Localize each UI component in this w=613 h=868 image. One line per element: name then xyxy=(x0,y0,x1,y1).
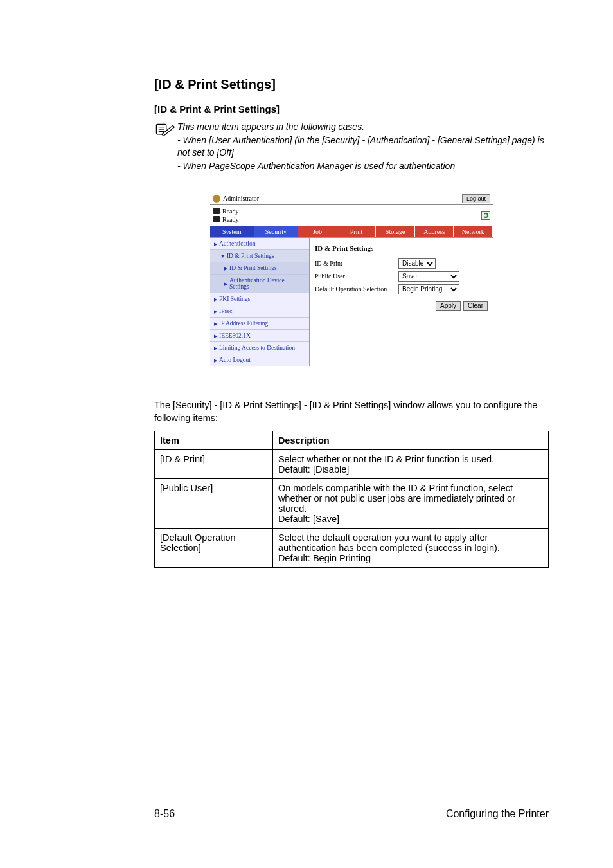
toner-icon xyxy=(213,216,220,222)
cell-item: [ID & Print] xyxy=(155,450,273,479)
status-text: Ready xyxy=(222,207,239,215)
clear-button[interactable]: Clear xyxy=(463,301,488,311)
sidebar-item-id-print-settings-group[interactable]: ID & Print Settings xyxy=(210,250,309,262)
sidebar-item-ipsec[interactable]: IPsec xyxy=(210,305,309,318)
cell-desc: Select the default operation you want to… xyxy=(272,529,548,568)
sidebar-item-authentication[interactable]: Authentication xyxy=(210,238,309,250)
refresh-icon[interactable] xyxy=(481,211,490,220)
tab-bar: System Security Job Print Storage Addres… xyxy=(210,226,493,238)
section-subtitle: [ID & Print & Print Settings] xyxy=(154,104,549,114)
select-idprint[interactable]: Disable xyxy=(398,258,436,269)
body-text: The [Security] - [ID & Print Settings] -… xyxy=(154,399,549,425)
cell-item: [Default Operation Selection] xyxy=(155,529,273,568)
table-row: [Public User] On models compatible with … xyxy=(155,479,549,529)
description-table: Item Description [ID & Print] Select whe… xyxy=(154,431,549,568)
sidebar-item-ieee8021x[interactable]: IEEE802.1X xyxy=(210,330,309,342)
tab-address[interactable]: Address xyxy=(415,226,454,237)
note-text: This menu item appears in the following … xyxy=(177,121,549,174)
th-item: Item xyxy=(155,431,273,450)
tab-storage[interactable]: Storage xyxy=(376,226,415,237)
cell-desc: Select whether or not the ID & Print fun… xyxy=(272,450,548,479)
content-pane: ID & Print Settings ID & Print Disable P… xyxy=(310,238,493,366)
th-description: Description xyxy=(272,431,548,450)
tab-network[interactable]: Network xyxy=(454,226,493,237)
tab-security[interactable]: Security xyxy=(254,226,299,237)
sidebar: Authentication ID & Print Settings ID & … xyxy=(210,238,310,366)
form-label-default-op: Default Operation Selection xyxy=(315,285,392,293)
footer-section-name: Configuring the Printer xyxy=(446,808,549,820)
page-number: 8-56 xyxy=(154,808,175,820)
note-icon xyxy=(154,121,177,140)
logout-button[interactable]: Log out xyxy=(462,194,490,203)
sidebar-item-pki-settings[interactable]: PKI Settings xyxy=(210,293,309,305)
apply-button[interactable]: Apply xyxy=(436,301,461,311)
pane-title: ID & Print Settings xyxy=(315,244,488,252)
section-title: [ID & Print Settings] xyxy=(154,77,549,92)
sidebar-item-auto-logout[interactable]: Auto Logout xyxy=(210,354,309,366)
tab-print[interactable]: Print xyxy=(337,226,377,237)
sidebar-item-ip-filtering[interactable]: IP Address Filtering xyxy=(210,318,309,330)
status-text: Ready xyxy=(222,215,239,224)
form-label-idprint: ID & Print xyxy=(315,260,392,267)
sidebar-item-id-print-settings[interactable]: ID & Print Settings xyxy=(210,262,309,275)
sidebar-item-limiting-access[interactable]: Limiting Access to Destination xyxy=(210,342,309,354)
tab-system[interactable]: System xyxy=(210,226,254,237)
app-screenshot: Administrator Log out Ready Ready System… xyxy=(210,193,493,366)
printer-icon xyxy=(213,208,220,214)
note-line: - When [User Authentication] (in the [Se… xyxy=(177,134,549,159)
table-row: [ID & Print] Select whether or not the I… xyxy=(155,450,549,479)
admin-icon xyxy=(213,195,220,203)
note-line: This menu item appears in the following … xyxy=(177,121,549,133)
select-public-user[interactable]: Save xyxy=(398,271,459,282)
tab-job[interactable]: Job xyxy=(298,226,337,237)
select-default-op[interactable]: Begin Printing xyxy=(398,284,459,294)
note-line: - When PageScope Authentication Manager … xyxy=(177,160,549,172)
form-label-public-user: Public User xyxy=(315,273,392,280)
cell-desc: On models compatible with the ID & Print… xyxy=(272,479,548,529)
footer-divider xyxy=(154,797,549,797)
cell-item: [Public User] xyxy=(155,479,273,529)
header-user-label: Administrator xyxy=(223,195,259,202)
sidebar-item-auth-device-settings[interactable]: Authentication Device Settings xyxy=(210,275,309,293)
table-row: [Default Operation Selection] Select the… xyxy=(155,529,549,568)
note-block: This menu item appears in the following … xyxy=(154,121,549,174)
